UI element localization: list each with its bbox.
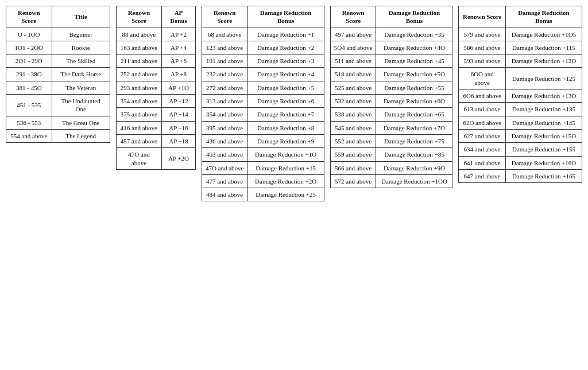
table-cell: 334 and above [116,95,161,108]
table-cell: 641 and above [459,156,505,169]
table-row: 211 and aboveAP +6 [116,54,195,68]
table-cell: 647 and above [459,169,505,182]
table-cell: 6OO and above [459,68,505,89]
table-cell: Damage Reduction +12O [505,54,582,68]
table-cell: AP +2 [162,28,196,41]
table-row: 484 and aboveDamage Reduction +25 [202,188,324,201]
table-cell: Damage Reduction +135 [505,103,582,116]
table-row: 572 and aboveDamage Reduction +1OO [330,174,452,188]
table-row: 47O and aboveAP +2O [116,148,195,170]
table-row: 252 and aboveAP +8 [116,68,195,81]
table-cell: Damage Reduction +5O [376,68,452,81]
table-row: 566 and aboveDamage Reduction +9O [330,161,452,174]
table-cell: 68 and above [202,28,247,41]
table-cell: The Legend [52,129,110,142]
table-cell: 579 and above [459,28,505,41]
ap-bonus-table: Renown Score AP Bonus 88 and aboveAP +21… [116,6,196,170]
table-cell: 457 and above [116,134,161,147]
table-cell: AP +12 [162,95,196,108]
table-row: 354 and aboveDamage Reduction +7 [202,108,324,121]
table-row: 313 and aboveDamage Reduction +6 [202,95,324,108]
table-cell: 88 and above [116,28,161,41]
table-cell: AP +8 [162,68,196,81]
table-row: 525 and aboveDamage Reduction +55 [330,81,452,94]
table-cell: The Veteran [52,81,110,94]
table-cell: Damage Reduction +16O [505,156,582,169]
table-row: 5O4 and aboveDamage Reduction +4O [330,41,452,54]
table-cell: 416 and above [116,121,161,134]
table-cell: 572 and above [330,174,376,188]
table-cell: 62O and above [459,116,505,129]
table-cell: Damage Reduction +4O [376,41,452,54]
table-cell: Damage Reduction +1O [247,148,324,161]
table-cell: O - 1OO [6,28,52,41]
table-cell: The Great One [52,116,110,129]
table-row: 538 and aboveDamage Reduction +65 [330,108,452,121]
table-row: 532 and aboveDamage Reduction +6O [330,95,452,108]
table-cell: 593 and above [459,54,505,68]
table-row: 518 and aboveDamage Reduction +5O [330,68,452,81]
table-cell: 463 and above [202,148,247,161]
table-cell: Damage Reduction +25 [247,188,324,201]
table-cell: 47O and above [202,161,247,174]
table-cell: Damage Reduction +15O [505,129,582,142]
table-cell: Damage Reduction +155 [505,143,582,156]
table-cell: 163 and above [116,41,161,54]
table-row: 2O1 - 29OThe Skilled [6,54,110,68]
table-cell: Damage Reduction +2O [247,174,324,188]
table-row: O - 1OOBeginner [6,28,110,41]
table-cell: AP +6 [162,54,196,68]
table-cell: The Skilled [52,54,110,68]
table-cell: 272 and above [202,81,247,94]
table-row: 232 and aboveDamage Reduction +4 [202,68,324,81]
table-cell: AP +16 [162,121,196,134]
table-cell: AP +14 [162,108,196,121]
title-table-header-title: Title [52,6,110,28]
table-cell: 552 and above [330,134,376,147]
table-cell: 511 and above [330,54,376,68]
table-cell: 545 and above [330,121,376,134]
table-row: 395 and aboveDamage Reduction +8 [202,121,324,134]
table-cell: 313 and above [202,95,247,108]
table-cell: Damage Reduction +6 [247,95,324,108]
table-row: 647 and aboveDamage Reduction +165 [459,169,582,182]
dr-high-header-bonus: Damage Reduction Bonus [505,6,582,28]
table-cell: Damage Reduction +115 [505,41,582,54]
ap-table-header-bonus: AP Bonus [162,6,196,28]
table-row: 593 and aboveDamage Reduction +12O [459,54,582,68]
table-cell: Damage Reduction +55 [376,81,452,94]
table-cell: 559 and above [330,148,376,161]
table-cell: 532 and above [330,95,376,108]
dr-table-high: Renown Score Damage Reduction Bonus 579 … [458,6,582,183]
table-cell: Damage Reduction +9 [247,134,324,147]
table-row: 416 and aboveAP +16 [116,121,195,134]
table-row: 6OO and aboveDamage Reduction +125 [459,68,582,89]
table-cell: 5O4 and above [330,41,376,54]
table-cell: 451 - 535 [6,95,52,116]
dr-low-header-score: Renown Score [202,6,247,28]
table-cell: Damage Reduction +6O [376,95,452,108]
table-cell: Damage Reduction +35 [376,28,452,41]
table-row: 477 and aboveDamage Reduction +2O [202,174,324,188]
table-cell: 47O and above [116,148,161,170]
table-row: 641 and aboveDamage Reduction +16O [459,156,582,169]
table-cell: 554 and above [6,129,52,142]
table-cell: AP +1O [162,81,196,94]
table-cell: 538 and above [330,108,376,121]
table-row: 511 and aboveDamage Reduction +45 [330,54,452,68]
table-row: 293 and aboveAP +1O [116,81,195,94]
dr-low-header-bonus: Damage Reduction Bonus [247,6,324,28]
table-cell: Damage Reduction +5 [247,81,324,94]
table-cell: 375 and above [116,108,161,121]
table-row: 463 and aboveDamage Reduction +1O [202,148,324,161]
table-row: 451 - 535The Undaunted One [6,95,110,116]
table-cell: Damage Reduction +1OO [376,174,452,188]
table-cell: 2O1 - 29O [6,54,52,68]
table-cell: 232 and above [202,68,247,81]
table-cell: 395 and above [202,121,247,134]
table-cell: Damage Reduction +7O [376,121,452,134]
table-cell: Damage Reduction +8 [247,121,324,134]
table-row: 536 - 553The Great One [6,116,110,129]
table-cell: Damage Reduction +1O5 [505,28,582,41]
table-cell: Damage Reduction +85 [376,148,452,161]
